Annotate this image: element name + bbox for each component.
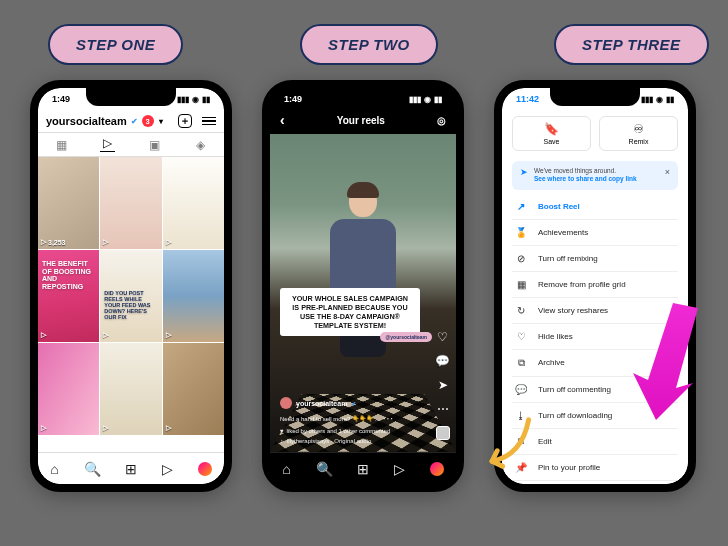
reel-user[interactable]: yoursocialteam ✔ [280, 397, 420, 409]
create-icon[interactable]: ⊞ [357, 461, 369, 477]
status-icons: ▮▮▮ ◉ ▮▮ [641, 95, 674, 104]
wifi-icon: ◉ [192, 95, 199, 104]
more-options-button[interactable]: ··· [383, 413, 394, 424]
guides-tab-icon[interactable]: ▣ [147, 137, 162, 152]
step-two-label: STEP TWO [300, 24, 438, 65]
reel-header: ‹ Your reels ◎ [270, 110, 456, 134]
cell-caption: DID YOU POST REELS WHILE YOUR FEED WAS D… [104, 290, 157, 320]
grid-cell[interactable]: ▷ [163, 157, 224, 249]
bookmark-icon: 🔖 [544, 122, 559, 136]
comment-button[interactable]: 💬 [435, 354, 450, 368]
step-three-label: STEP THREE [554, 24, 709, 65]
wifi-icon: ◉ [424, 95, 431, 104]
pink-arrow-annotation [628, 298, 708, 428]
menu-icon[interactable] [202, 117, 216, 126]
profile-tabs: ▦ ▷ ▣ ◈ [38, 132, 224, 157]
save-remix-row: 🔖 Save ♾ Remix [502, 110, 688, 157]
play-count: ▷ [166, 424, 171, 432]
grid-icon: ▦ [514, 279, 528, 290]
share-icon: ➤ [438, 378, 448, 392]
battery-icon: ▮▮ [434, 95, 442, 104]
verified-badge-icon: ✔ [351, 400, 356, 407]
profile-username[interactable]: yoursocialteam [46, 115, 127, 127]
signal-icon: ▮▮▮ [409, 95, 421, 104]
reels-tab-icon[interactable]: ▷ [100, 137, 115, 152]
remix-button[interactable]: ♾ Remix [599, 116, 678, 151]
profile-avatar[interactable] [198, 462, 212, 476]
reel-meta: yoursocialteam ✔ Need a hand to sell mor… [280, 397, 420, 444]
signal-icon: ▮▮▮ [641, 95, 653, 104]
home-icon[interactable]: ⌂ [282, 461, 290, 477]
trophy-icon: 🏅 [514, 227, 528, 238]
yellow-arrow-annotation [467, 399, 543, 475]
remix-icon: ♾ [633, 122, 644, 136]
battery-icon: ▮▮ [202, 95, 210, 104]
user-avatar [280, 397, 292, 409]
more-icon: ⋯ [437, 402, 449, 416]
grid-cell[interactable]: ▷ [38, 343, 99, 435]
grid-cell[interactable]: ▷ [100, 343, 161, 435]
status-icons: ▮▮▮ ◉ ▮▮ [177, 95, 210, 104]
option-remove-from-grid[interactable]: ▦Remove from profile grid [512, 272, 678, 298]
more-button[interactable]: ⋯ [437, 402, 449, 416]
tagged-tab-icon[interactable]: ◈ [193, 137, 208, 152]
archive-icon: ⧉ [514, 357, 528, 369]
audio-thumbnail[interactable] [436, 426, 450, 440]
tip-text: We've moved things around. See where to … [534, 167, 637, 184]
create-icon[interactable]: ⊞ [125, 461, 137, 477]
play-count: ▷ [103, 238, 108, 246]
grid-cell[interactable]: DID YOU POST REELS WHILE YOUR FEED WAS D… [100, 250, 161, 342]
comment-off-icon: 💬 [514, 384, 528, 395]
grid-cell[interactable]: THE BENEFIT OF BOOSTING AND REPOSTING ▷ [38, 250, 99, 342]
status-time: 1:49 [284, 94, 302, 104]
grid-cell[interactable]: ▷ 3,253 [38, 157, 99, 249]
play-count: ▷ [166, 331, 171, 339]
reel-header-title: Your reels [337, 115, 385, 126]
chevron-down-icon[interactable]: ▾ [159, 117, 163, 126]
camera-icon[interactable]: ◎ [437, 115, 446, 126]
notification-badge: 3 [142, 115, 154, 127]
back-icon[interactable]: ‹ [280, 112, 285, 128]
reels-icon[interactable]: ▷ [162, 461, 173, 477]
phone-step-two: 1:49 ▮▮▮ ◉ ▮▮ ‹ Your reels ◎ YOUR WHOLE … [262, 80, 464, 492]
remix-off-icon: ⊘ [514, 253, 528, 264]
option-achievements[interactable]: 🏅Achievements [512, 220, 678, 246]
heart-icon: ♥ [280, 428, 284, 434]
share-icon: ➤ [520, 167, 528, 177]
bottom-nav: ⌂ 🔍 ⊞ ▷ [38, 452, 224, 484]
phone-notch [318, 88, 408, 106]
battery-icon: ▮▮ [666, 95, 674, 104]
status-icons: ▮▮▮ ◉ ▮▮ [409, 95, 442, 104]
status-time: 1:49 [52, 94, 70, 104]
profile-header: yoursocialteam ✔ 3 ▾ ＋ [38, 110, 224, 132]
option-turn-off-remixing[interactable]: ⊘Turn off remixing [512, 246, 678, 272]
share-button[interactable]: ➤ [438, 378, 448, 392]
tip-link[interactable]: See where to share and copy link [534, 175, 637, 182]
cell-caption: THE BENEFIT OF BOOSTING AND REPOSTING [42, 260, 95, 291]
reel-caption-overlay: YOUR WHOLE SALES CAMPAIGN IS PRE-PLANNED… [280, 288, 420, 336]
reels-grid: ▷ 3,253 ▷ ▷ THE BENEFIT OF BOOSTING AND … [38, 157, 224, 452]
save-button[interactable]: 🔖 Save [512, 116, 591, 151]
history-icon: ↻ [514, 305, 528, 316]
grid-cell[interactable]: ▷ [163, 343, 224, 435]
play-count: ▷ [41, 424, 46, 432]
option-boost-reel[interactable]: ↗Boost Reel [512, 194, 678, 220]
reels-icon[interactable]: ▷ [394, 461, 405, 477]
profile-avatar[interactable] [430, 462, 444, 476]
reel-video[interactable]: YOUR WHOLE SALES CAMPAIGN IS PRE-PLANNED… [270, 134, 456, 452]
play-count: ▷ [103, 331, 108, 339]
grid-cell[interactable]: ▷ [100, 157, 161, 249]
home-icon[interactable]: ⌂ [50, 461, 58, 477]
phone-notch [86, 88, 176, 106]
close-icon[interactable]: × [665, 167, 670, 177]
like-button[interactable]: ♡ [437, 330, 448, 344]
reel-audio[interactable]: ♪ lilytherapistsays · Original audio [280, 438, 420, 444]
search-icon[interactable]: 🔍 [84, 461, 101, 477]
search-icon[interactable]: 🔍 [316, 461, 333, 477]
create-button[interactable]: ＋ [178, 114, 192, 128]
phone-step-one: 1:49 ▮▮▮ ◉ ▮▮ yoursocialteam ✔ 3 ▾ ＋ ▦ ▷… [30, 80, 232, 492]
music-icon: ♪ [280, 438, 283, 444]
grid-cell[interactable]: ▷ [163, 250, 224, 342]
hide-icon: ♡ [514, 331, 528, 342]
grid-tab-icon[interactable]: ▦ [54, 137, 69, 152]
